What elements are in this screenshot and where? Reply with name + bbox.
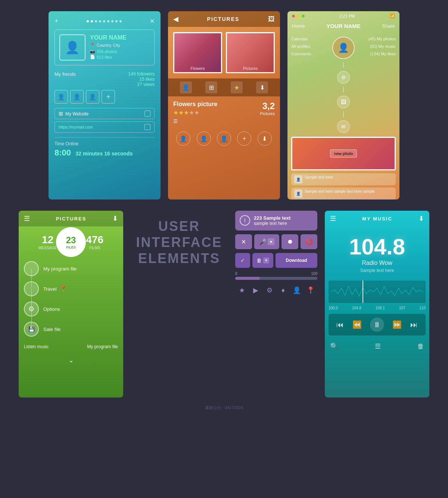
footer-person-1[interactable]: 👤 [176,132,190,146]
download-label: Download [286,258,307,263]
footer-person-3[interactable]: 👤 [217,132,231,146]
website-checkbox[interactable] [144,111,150,117]
footer-person-2[interactable]: 👤 [197,132,211,146]
menu-calendar[interactable]: Calendar [291,37,329,41]
thumbnail-flowers[interactable]: Flowers [173,32,222,73]
mic-dropdown[interactable]: ▼ [268,238,274,245]
play-button[interactable]: ⏸ [370,318,384,332]
ui-btn-mic[interactable]: 🎤 ▼ [254,234,279,249]
website-row[interactable]: ⊞My Website [55,108,155,119]
map-pin-icon[interactable]: 📍 [305,285,316,296]
progress-end: 100 [311,272,317,276]
dot [107,20,109,22]
eq-position-marker [363,281,363,303]
toolbar-person[interactable]: 👤 [180,81,192,93]
pl-download-icon[interactable]: ⬇ [112,214,118,223]
add-friend-button[interactable]: + [102,90,115,103]
next-button[interactable]: ⏩ [392,320,402,329]
close-icon[interactable]: ✕ [150,18,155,25]
ui-btn-circle[interactable]: ⭕ [301,234,317,249]
ui-btn-download[interactable]: Download [276,253,317,268]
diamond-icon[interactable]: ♦ [278,285,288,296]
url-row[interactable]: https://mymail.com [55,121,155,133]
pl-stat-films: 476 FILMS [86,234,103,250]
card-music: ☰ MY MUSIC ⬇ 104.8 Radio Wow Sample text… [325,211,429,398]
pl-footer-right: My program file [87,344,118,349]
toolbar-grid[interactable]: ⊞ [205,81,217,93]
url-checkbox[interactable] [144,124,150,130]
music-search-icon[interactable]: 🔍 [330,342,338,350]
nav-home[interactable]: Home [292,23,305,29]
ui-alert: ! 223 Sample text sample text here [235,211,317,231]
rewind-button[interactable]: ⏮ [336,321,344,329]
pl-item-options: ⚙ Options [24,301,118,316]
time-value: 8:00 32 minutes 16 seconds [55,148,155,158]
social-avatar[interactable]: 👤 [332,37,355,59]
social-content: Calendar All profiles Comments 👤 ⚙ 🖼 ✉ (… [287,33,399,137]
profile-box: 👤 YOUR NAME 📍 Country, City 📷 256 photos… [55,30,155,65]
profile-location: 📍 Country, City [90,43,150,47]
pl-item-sale: 💾 Sale file [24,322,118,337]
friend-avatar-3[interactable]: 👤 [86,90,99,103]
pictures-title: PICTURES [178,16,268,22]
footer-add[interactable]: + [237,132,251,146]
footer-download[interactable]: ⬇ [258,132,272,146]
ui-btn-close[interactable]: ✕ [235,234,252,249]
back-button[interactable]: ◀ [173,15,178,23]
ui-btn-record[interactable]: ⏺ [281,234,298,249]
menu-profiles[interactable]: All profiles [291,44,329,49]
pl-item-label-2: Travel [43,286,57,292]
toolbar-star[interactable]: ★ [231,81,243,93]
profile-info: YOUR NAME 📍 Country, City 📷 256 photos 📄… [90,34,150,61]
image-icon-circle[interactable]: 🖼 [337,96,350,108]
dot-yellow [297,15,300,18]
music-trash-icon[interactable]: 🗑 [417,343,424,350]
ui-btn-row-2: ✓ 🗑 ▼ Download [235,253,317,268]
pl-footer-left: Listen music [24,344,49,349]
nav-share[interactable]: Share [382,23,395,29]
person-icon[interactable]: 👤 [292,285,302,296]
progress-labels: 0 100 [235,272,317,276]
ui-btn-trash[interactable]: 🗑 ▼ [252,253,273,268]
trash-dropdown[interactable]: ▼ [263,257,269,263]
thumbnail-pictures[interactable]: Pictures [226,32,275,73]
pl-item-program: My program file [24,261,118,276]
music-header: ☰ MY MUSIC ⬇ [325,211,429,226]
friend-avatar-1[interactable]: 👤 [55,90,68,103]
pl-title: PICTURES [56,216,87,222]
plus-icon[interactable]: + [55,17,59,25]
pl-footer-arrow[interactable]: ⌄ [19,353,123,367]
upload-icon[interactable]: 🖼 [268,15,275,23]
pic-menu-icon[interactable]: ☰ [173,118,260,124]
avatar: 👤 [59,34,85,61]
progress-bar[interactable] [235,277,317,280]
website-label: My Website [65,111,88,117]
new-photo-button[interactable]: new photo [330,149,357,158]
music-frequency: 104.8 [325,226,429,260]
alert-icon: ! [240,215,250,226]
scale-110: 110 [419,306,426,310]
alert-title: 223 Sample text [254,215,290,221]
mail-icon-circle[interactable]: ✉ [337,120,350,133]
pic-count-label: Pictures [260,111,275,116]
music-menu-icon[interactable]: ☰ [330,214,336,223]
settings-icon-circle[interactable]: ⚙ [337,71,350,84]
friend-avatar-2[interactable]: 👤 [70,90,84,103]
friend-avatars: 👤 👤 👤 + [55,90,155,103]
profile-top-bar: + ✕ [55,17,155,25]
forward-button[interactable]: ⏭ [410,321,418,329]
hamburger-icon[interactable]: ☰ [24,214,30,223]
music-footer: 🔍 ☰ 🗑 [325,339,429,353]
social-messages: 👤 Sample text here 👤 Sample text here sa… [291,173,396,199]
menu-comments[interactable]: Comments [291,52,329,56]
gear-icon[interactable]: ⚙ [264,285,275,296]
alert-body: sample text here [254,221,290,226]
music-list-icon[interactable]: ☰ [375,342,381,350]
play-icon[interactable]: ▶ [251,285,261,296]
star-icon[interactable]: ★ [237,285,247,296]
ui-btn-check[interactable]: ✓ [235,253,250,268]
prev-button[interactable]: ⏪ [352,320,362,329]
toolbar-download[interactable]: ⬇ [256,81,268,93]
ui-title-text: USER INTERFACE ELEMENTS [136,218,223,267]
music-download-icon[interactable]: ⬇ [419,214,424,223]
